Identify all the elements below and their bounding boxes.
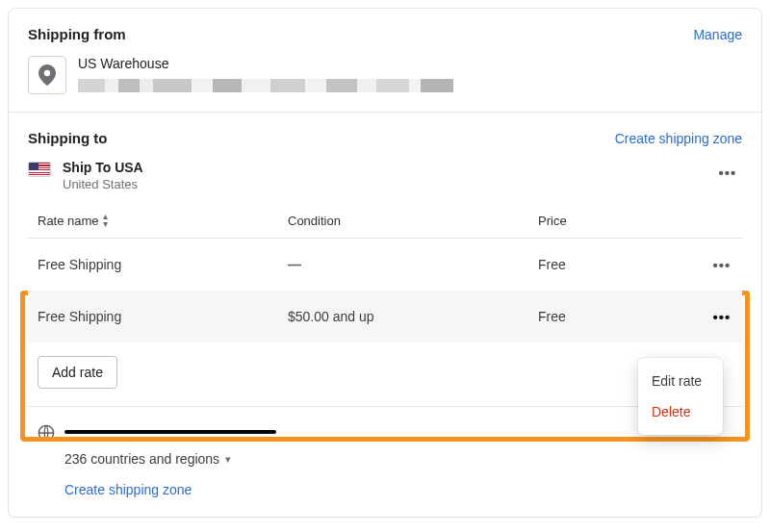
shipping-to-section: Shipping to Create shipping zone Ship To… (9, 113, 761, 517)
zone-name: Ship To USA (63, 160, 143, 175)
delete-rate-item[interactable]: Delete (638, 396, 723, 427)
sort-icon: ▴▾ (103, 213, 108, 228)
cell-condition: — (288, 257, 538, 272)
rates-table: Rate name ▴▾ Condition Price Free Shippi… (28, 203, 742, 517)
location-pin-icon (28, 56, 66, 94)
chevron-down-icon: ▾ (225, 453, 231, 466)
cell-rate-name: Free Shipping (38, 309, 288, 324)
table-row: Free Shipping $50.00 and up Free ••• Edi… (28, 291, 742, 342)
warehouse-info: US Warehouse (78, 56, 453, 92)
col-rate-name-label: Rate name (38, 214, 99, 228)
col-rate-name[interactable]: Rate name ▴▾ (38, 213, 288, 228)
table-row: Free Shipping — Free ••• (28, 239, 742, 291)
cell-price: Free (538, 257, 694, 272)
add-rate-button[interactable]: Add rate (38, 356, 117, 389)
zone-countries: United States (63, 177, 143, 191)
col-condition: Condition (288, 213, 538, 228)
shipping-from-title: Shipping from (28, 26, 126, 42)
add-rate-row: Add rate (28, 342, 742, 407)
cell-price: Free (538, 309, 694, 324)
shipping-card: Shipping from Manage US Warehouse Shippi… (8, 8, 762, 518)
zone-meta: Ship To USA United States (63, 160, 143, 191)
redacted-address (78, 79, 453, 92)
row-actions-menu: Edit rate Delete (638, 358, 723, 435)
cell-rate-name: Free Shipping (38, 257, 288, 272)
redacted-heading (64, 430, 276, 434)
globe-icon (38, 424, 55, 442)
create-shipping-zone-lower-link[interactable]: Create shipping zone (64, 482, 192, 497)
col-actions (694, 213, 732, 228)
countries-count-text: 236 countries and regions (64, 451, 219, 467)
row-actions-button[interactable]: ••• (711, 254, 732, 275)
cell-condition: $50.00 and up (288, 309, 538, 324)
warehouse-name: US Warehouse (78, 56, 453, 71)
create-shipping-zone-link[interactable]: Create shipping zone (615, 131, 742, 146)
manage-link[interactable]: Manage (693, 27, 742, 42)
edit-rate-item[interactable]: Edit rate (638, 366, 723, 396)
shipping-from-row: US Warehouse (28, 56, 742, 94)
col-price: Price (538, 213, 694, 228)
rates-table-header: Rate name ▴▾ Condition Price (28, 203, 742, 239)
shipping-from-section: Shipping from Manage US Warehouse (9, 9, 761, 112)
not-covered-section-partial (28, 407, 742, 442)
shipping-to-title: Shipping to (28, 130, 107, 146)
usa-flag-icon (28, 162, 51, 177)
row-actions-button[interactable]: ••• (711, 306, 732, 327)
highlighted-region: Free Shipping $50.00 and up Free ••• Edi… (28, 291, 742, 442)
not-covered-body: 236 countries and regions ▾ Create shipp… (28, 443, 742, 517)
zone-actions-button[interactable]: ••• (717, 162, 738, 183)
svg-point-0 (44, 70, 50, 76)
countries-count-toggle[interactable]: 236 countries and regions ▾ (64, 451, 732, 467)
zone-header: Ship To USA United States ••• (28, 160, 742, 191)
